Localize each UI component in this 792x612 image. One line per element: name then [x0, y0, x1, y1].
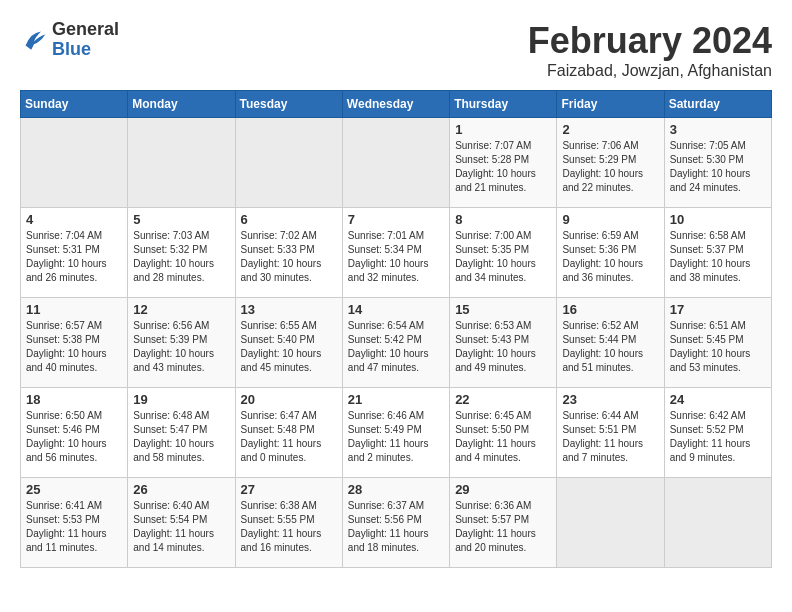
calendar-cell: 27Sunrise: 6:38 AM Sunset: 5:55 PM Dayli…	[235, 478, 342, 568]
day-info: Sunrise: 7:06 AM Sunset: 5:29 PM Dayligh…	[562, 139, 658, 195]
weekday-header: Sunday	[21, 91, 128, 118]
weekday-header: Wednesday	[342, 91, 449, 118]
weekday-header: Thursday	[450, 91, 557, 118]
day-info: Sunrise: 7:01 AM Sunset: 5:34 PM Dayligh…	[348, 229, 444, 285]
day-number: 9	[562, 212, 658, 227]
day-info: Sunrise: 6:50 AM Sunset: 5:46 PM Dayligh…	[26, 409, 122, 465]
calendar-cell: 19Sunrise: 6:48 AM Sunset: 5:47 PM Dayli…	[128, 388, 235, 478]
logo-bird-icon	[20, 26, 48, 54]
day-number: 17	[670, 302, 766, 317]
day-number: 7	[348, 212, 444, 227]
day-info: Sunrise: 7:04 AM Sunset: 5:31 PM Dayligh…	[26, 229, 122, 285]
calendar-cell: 22Sunrise: 6:45 AM Sunset: 5:50 PM Dayli…	[450, 388, 557, 478]
month-year: February 2024	[528, 20, 772, 62]
weekday-header: Monday	[128, 91, 235, 118]
calendar-cell: 12Sunrise: 6:56 AM Sunset: 5:39 PM Dayli…	[128, 298, 235, 388]
calendar-cell: 13Sunrise: 6:55 AM Sunset: 5:40 PM Dayli…	[235, 298, 342, 388]
day-info: Sunrise: 6:54 AM Sunset: 5:42 PM Dayligh…	[348, 319, 444, 375]
day-info: Sunrise: 6:59 AM Sunset: 5:36 PM Dayligh…	[562, 229, 658, 285]
day-info: Sunrise: 6:42 AM Sunset: 5:52 PM Dayligh…	[670, 409, 766, 465]
day-number: 24	[670, 392, 766, 407]
calendar-cell: 24Sunrise: 6:42 AM Sunset: 5:52 PM Dayli…	[664, 388, 771, 478]
day-number: 22	[455, 392, 551, 407]
day-info: Sunrise: 6:36 AM Sunset: 5:57 PM Dayligh…	[455, 499, 551, 555]
day-info: Sunrise: 6:41 AM Sunset: 5:53 PM Dayligh…	[26, 499, 122, 555]
calendar-cell	[235, 118, 342, 208]
logo-text: General Blue	[52, 20, 119, 60]
day-number: 27	[241, 482, 337, 497]
location: Faizabad, Jowzjan, Afghanistan	[528, 62, 772, 80]
day-info: Sunrise: 6:48 AM Sunset: 5:47 PM Dayligh…	[133, 409, 229, 465]
logo: General Blue	[20, 20, 119, 60]
day-info: Sunrise: 6:55 AM Sunset: 5:40 PM Dayligh…	[241, 319, 337, 375]
calendar-cell	[664, 478, 771, 568]
day-info: Sunrise: 6:46 AM Sunset: 5:49 PM Dayligh…	[348, 409, 444, 465]
calendar-cell: 14Sunrise: 6:54 AM Sunset: 5:42 PM Dayli…	[342, 298, 449, 388]
title-block: February 2024 Faizabad, Jowzjan, Afghani…	[528, 20, 772, 80]
calendar-cell: 17Sunrise: 6:51 AM Sunset: 5:45 PM Dayli…	[664, 298, 771, 388]
day-info: Sunrise: 6:37 AM Sunset: 5:56 PM Dayligh…	[348, 499, 444, 555]
calendar-cell: 26Sunrise: 6:40 AM Sunset: 5:54 PM Dayli…	[128, 478, 235, 568]
day-number: 16	[562, 302, 658, 317]
calendar-cell	[21, 118, 128, 208]
day-info: Sunrise: 7:07 AM Sunset: 5:28 PM Dayligh…	[455, 139, 551, 195]
calendar-cell	[342, 118, 449, 208]
day-info: Sunrise: 6:53 AM Sunset: 5:43 PM Dayligh…	[455, 319, 551, 375]
calendar-cell: 15Sunrise: 6:53 AM Sunset: 5:43 PM Dayli…	[450, 298, 557, 388]
calendar-cell: 29Sunrise: 6:36 AM Sunset: 5:57 PM Dayli…	[450, 478, 557, 568]
day-info: Sunrise: 7:05 AM Sunset: 5:30 PM Dayligh…	[670, 139, 766, 195]
day-number: 15	[455, 302, 551, 317]
calendar-table: SundayMondayTuesdayWednesdayThursdayFrid…	[20, 90, 772, 568]
day-number: 14	[348, 302, 444, 317]
calendar-cell	[128, 118, 235, 208]
day-number: 8	[455, 212, 551, 227]
day-info: Sunrise: 6:45 AM Sunset: 5:50 PM Dayligh…	[455, 409, 551, 465]
calendar-cell: 5Sunrise: 7:03 AM Sunset: 5:32 PM Daylig…	[128, 208, 235, 298]
calendar-cell: 23Sunrise: 6:44 AM Sunset: 5:51 PM Dayli…	[557, 388, 664, 478]
day-number: 21	[348, 392, 444, 407]
day-info: Sunrise: 7:00 AM Sunset: 5:35 PM Dayligh…	[455, 229, 551, 285]
day-number: 20	[241, 392, 337, 407]
calendar-cell: 18Sunrise: 6:50 AM Sunset: 5:46 PM Dayli…	[21, 388, 128, 478]
day-number: 13	[241, 302, 337, 317]
day-info: Sunrise: 6:56 AM Sunset: 5:39 PM Dayligh…	[133, 319, 229, 375]
calendar-cell: 25Sunrise: 6:41 AM Sunset: 5:53 PM Dayli…	[21, 478, 128, 568]
calendar-cell: 7Sunrise: 7:01 AM Sunset: 5:34 PM Daylig…	[342, 208, 449, 298]
calendar-cell: 4Sunrise: 7:04 AM Sunset: 5:31 PM Daylig…	[21, 208, 128, 298]
day-number: 6	[241, 212, 337, 227]
day-info: Sunrise: 6:40 AM Sunset: 5:54 PM Dayligh…	[133, 499, 229, 555]
calendar-cell: 8Sunrise: 7:00 AM Sunset: 5:35 PM Daylig…	[450, 208, 557, 298]
day-info: Sunrise: 6:47 AM Sunset: 5:48 PM Dayligh…	[241, 409, 337, 465]
day-info: Sunrise: 6:58 AM Sunset: 5:37 PM Dayligh…	[670, 229, 766, 285]
calendar-cell	[557, 478, 664, 568]
calendar-cell: 20Sunrise: 6:47 AM Sunset: 5:48 PM Dayli…	[235, 388, 342, 478]
day-number: 5	[133, 212, 229, 227]
day-info: Sunrise: 7:02 AM Sunset: 5:33 PM Dayligh…	[241, 229, 337, 285]
calendar-cell: 1Sunrise: 7:07 AM Sunset: 5:28 PM Daylig…	[450, 118, 557, 208]
day-number: 2	[562, 122, 658, 137]
day-info: Sunrise: 7:03 AM Sunset: 5:32 PM Dayligh…	[133, 229, 229, 285]
day-info: Sunrise: 6:44 AM Sunset: 5:51 PM Dayligh…	[562, 409, 658, 465]
day-info: Sunrise: 6:51 AM Sunset: 5:45 PM Dayligh…	[670, 319, 766, 375]
day-number: 12	[133, 302, 229, 317]
calendar-cell: 2Sunrise: 7:06 AM Sunset: 5:29 PM Daylig…	[557, 118, 664, 208]
day-number: 1	[455, 122, 551, 137]
weekday-header: Friday	[557, 91, 664, 118]
day-number: 18	[26, 392, 122, 407]
day-number: 11	[26, 302, 122, 317]
day-number: 10	[670, 212, 766, 227]
weekday-header: Saturday	[664, 91, 771, 118]
logo-general: General	[52, 19, 119, 39]
calendar-cell: 11Sunrise: 6:57 AM Sunset: 5:38 PM Dayli…	[21, 298, 128, 388]
calendar-cell: 16Sunrise: 6:52 AM Sunset: 5:44 PM Dayli…	[557, 298, 664, 388]
day-number: 3	[670, 122, 766, 137]
day-number: 29	[455, 482, 551, 497]
calendar-cell: 9Sunrise: 6:59 AM Sunset: 5:36 PM Daylig…	[557, 208, 664, 298]
day-number: 25	[26, 482, 122, 497]
day-info: Sunrise: 6:38 AM Sunset: 5:55 PM Dayligh…	[241, 499, 337, 555]
calendar-cell: 28Sunrise: 6:37 AM Sunset: 5:56 PM Dayli…	[342, 478, 449, 568]
day-number: 23	[562, 392, 658, 407]
logo-blue: Blue	[52, 39, 91, 59]
day-number: 4	[26, 212, 122, 227]
day-number: 26	[133, 482, 229, 497]
